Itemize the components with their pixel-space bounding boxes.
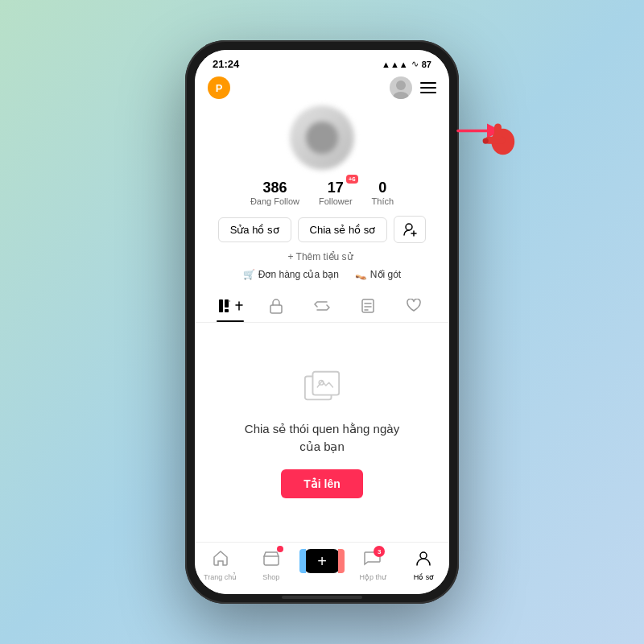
tab-notes[interactable] xyxy=(345,290,390,322)
svg-rect-21 xyxy=(494,124,502,140)
top-bar: P xyxy=(195,73,449,105)
content-area: Chia sẻ thói quen hằng ngàycủa bạn Tải l… xyxy=(195,323,449,542)
followers-badge: +6 xyxy=(346,175,358,184)
top-right-icons xyxy=(390,76,436,99)
avatar-small[interactable] xyxy=(390,76,412,99)
shop-icon xyxy=(262,549,280,572)
battery-indicator: 87 xyxy=(422,60,431,69)
plus-button[interactable]: + xyxy=(304,549,340,573)
svg-rect-6 xyxy=(225,299,229,308)
stat-likes: 0 Thích xyxy=(372,180,394,206)
status-time: 21:24 xyxy=(213,58,239,70)
nav-home[interactable]: Trang chủ xyxy=(195,549,246,581)
signal-icon: ▲▲▲ xyxy=(382,60,408,69)
status-icons: ▲▲▲ ∿ 87 xyxy=(382,59,431,69)
empty-state-icon xyxy=(302,367,342,411)
svg-rect-5 xyxy=(219,299,223,312)
p-badge: P xyxy=(208,76,230,99)
add-bio-link[interactable]: + Thêm tiểu sử xyxy=(287,251,356,262)
nav-shop-label: Shop xyxy=(262,573,279,581)
hamburger-line-2 xyxy=(420,87,436,89)
trend-link[interactable]: 👡 Nối gót xyxy=(355,269,401,280)
cart-icon: 🛒 xyxy=(243,269,255,280)
plus-icon: + xyxy=(317,552,327,571)
status-bar: 21:24 ▲▲▲ ∿ 87 xyxy=(195,50,449,73)
phone-screen: 21:24 ▲▲▲ ∿ 87 P xyxy=(195,50,449,594)
stats-row: 386 Đang Follow 17 +6 Follower 0 xyxy=(250,180,394,206)
trend-label: Nối gót xyxy=(370,269,401,280)
action-buttons: Sửa hồ sơ Chia sẻ hồ sơ xyxy=(218,216,427,243)
tab-grid[interactable] xyxy=(208,290,254,322)
edit-profile-button[interactable]: Sửa hồ sơ xyxy=(218,217,291,242)
inbox-icon: 3 xyxy=(364,549,382,572)
stat-following: 386 Đang Follow xyxy=(250,180,299,206)
svg-rect-22 xyxy=(483,138,489,144)
share-profile-button[interactable]: Chia sẻ hồ sơ xyxy=(298,217,388,242)
home-indicator xyxy=(282,596,362,599)
content-tabs xyxy=(195,290,449,323)
add-friend-button[interactable] xyxy=(394,216,426,243)
following-count: 386 xyxy=(262,180,287,196)
empty-state-text: Chia sẻ thói quen hằng ngàycủa bạn xyxy=(245,420,399,456)
orders-label: Đơn hàng của bạn xyxy=(258,269,339,280)
profile-icon xyxy=(415,549,432,572)
tab-private[interactable] xyxy=(254,290,299,322)
hamburger-line-3 xyxy=(420,92,436,93)
upload-button[interactable]: Tải lên xyxy=(281,469,363,498)
svg-point-16 xyxy=(420,552,427,559)
profile-avatar xyxy=(290,105,354,170)
phone-frame: 21:24 ▲▲▲ ∿ 87 P xyxy=(185,40,459,604)
svg-rect-14 xyxy=(312,371,339,394)
orders-link[interactable]: 🛒 Đơn hàng của bạn xyxy=(243,269,339,280)
wifi-icon: ∿ xyxy=(411,59,419,69)
nav-profile-label: Hồ sơ xyxy=(414,573,435,581)
hamburger-line-1 xyxy=(420,82,436,84)
followers-label: Follower xyxy=(319,196,353,206)
tab-liked[interactable] xyxy=(390,290,436,322)
home-icon xyxy=(212,549,229,572)
svg-point-0 xyxy=(396,80,406,90)
following-label: Đang Follow xyxy=(250,196,299,206)
nav-profile[interactable]: Hồ sơ xyxy=(398,549,449,581)
nav-home-label: Trang chủ xyxy=(204,573,237,581)
svg-point-1 xyxy=(393,92,409,99)
heel-icon: 👡 xyxy=(355,269,367,280)
bottom-nav: Trang chủ Shop + xyxy=(195,542,449,594)
nav-create[interactable]: + xyxy=(296,549,347,581)
likes-label: Thích xyxy=(372,196,394,206)
svg-point-2 xyxy=(406,224,412,230)
phone-wrapper: 21:24 ▲▲▲ ∿ 87 P xyxy=(185,40,459,604)
followers-count: 17 +6 xyxy=(328,180,344,196)
likes-count: 0 xyxy=(378,180,386,196)
nav-inbox[interactable]: 3 Hộp thư xyxy=(348,549,398,581)
pointing-hand xyxy=(451,106,523,166)
shop-row: 🛒 Đơn hàng của bạn 👡 Nối gót xyxy=(243,269,401,280)
profile-section: 386 Đang Follow 17 +6 Follower 0 xyxy=(195,105,449,290)
tab-repost[interactable] xyxy=(299,290,345,322)
nav-shop[interactable]: Shop xyxy=(246,549,296,581)
nav-inbox-label: Hộp thư xyxy=(359,573,386,581)
hamburger-menu-button[interactable] xyxy=(420,82,436,93)
svg-rect-7 xyxy=(225,309,229,312)
stat-followers: 17 +6 Follower xyxy=(319,180,353,206)
add-bio-text: + Thêm tiểu sử xyxy=(287,251,353,262)
svg-rect-8 xyxy=(270,305,282,313)
